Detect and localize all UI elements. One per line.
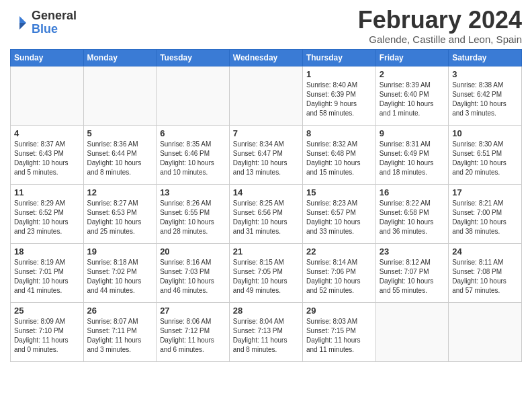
- day-number: 11: [14, 187, 80, 197]
- calendar-cell: 24Sunrise: 8:11 AM Sunset: 7:08 PM Dayli…: [449, 243, 522, 302]
- calendar-cell: 15Sunrise: 8:23 AM Sunset: 6:57 PM Dayli…: [302, 184, 375, 243]
- day-info: Sunrise: 8:21 AM Sunset: 7:00 PM Dayligh…: [452, 199, 518, 236]
- day-info: Sunrise: 8:16 AM Sunset: 7:03 PM Dayligh…: [160, 258, 226, 295]
- day-number: 22: [306, 246, 372, 257]
- day-info: Sunrise: 8:03 AM Sunset: 7:15 PM Dayligh…: [306, 317, 372, 355]
- calendar-cell: [375, 302, 448, 361]
- day-info: Sunrise: 8:25 AM Sunset: 6:56 PM Dayligh…: [233, 199, 299, 236]
- day-info: Sunrise: 8:09 AM Sunset: 7:10 PM Dayligh…: [14, 317, 80, 355]
- page-header: General Blue February 2024 Galende, Cast…: [10, 7, 522, 45]
- header-saturday: Saturday: [449, 49, 522, 66]
- header-wednesday: Wednesday: [229, 49, 302, 66]
- day-number: 18: [14, 246, 80, 257]
- calendar-cell: 16Sunrise: 8:22 AM Sunset: 6:58 PM Dayli…: [375, 184, 448, 243]
- day-info: Sunrise: 8:18 AM Sunset: 7:02 PM Dayligh…: [87, 258, 153, 295]
- day-number: 2: [380, 69, 445, 79]
- header-tuesday: Tuesday: [157, 49, 230, 66]
- calendar: SundayMondayTuesdayWednesdayThursdayFrid…: [10, 49, 522, 362]
- day-number: 7: [233, 128, 299, 138]
- calendar-cell: [11, 66, 84, 125]
- calendar-cell: 17Sunrise: 8:21 AM Sunset: 7:00 PM Dayli…: [449, 184, 522, 243]
- day-number: 6: [160, 128, 226, 138]
- day-info: Sunrise: 8:29 AM Sunset: 6:52 PM Dayligh…: [14, 199, 80, 236]
- day-info: Sunrise: 8:14 AM Sunset: 7:06 PM Dayligh…: [306, 258, 372, 295]
- day-number: 26: [87, 306, 153, 316]
- svg-marker-0: [19, 16, 26, 23]
- calendar-cell: 18Sunrise: 8:19 AM Sunset: 7:01 PM Dayli…: [11, 243, 84, 302]
- day-number: 15: [306, 187, 372, 197]
- day-number: 25: [14, 306, 80, 316]
- day-info: Sunrise: 8:19 AM Sunset: 7:01 PM Dayligh…: [14, 258, 80, 295]
- day-number: 24: [452, 246, 518, 257]
- day-info: Sunrise: 8:31 AM Sunset: 6:49 PM Dayligh…: [380, 140, 445, 177]
- day-info: Sunrise: 8:36 AM Sunset: 6:44 PM Dayligh…: [87, 140, 153, 177]
- header-thursday: Thursday: [302, 49, 375, 66]
- week-row-4: 25Sunrise: 8:09 AM Sunset: 7:10 PM Dayli…: [11, 302, 522, 361]
- location: Galende, Castille and Leon, Spain: [358, 34, 522, 45]
- calendar-cell: 6Sunrise: 8:35 AM Sunset: 6:46 PM Daylig…: [157, 125, 230, 184]
- day-number: 1: [306, 69, 372, 79]
- day-number: 5: [87, 128, 153, 138]
- calendar-cell: 13Sunrise: 8:26 AM Sunset: 6:55 PM Dayli…: [157, 184, 230, 243]
- calendar-cell: 5Sunrise: 8:36 AM Sunset: 6:44 PM Daylig…: [83, 125, 157, 184]
- logo-blue: Blue: [32, 23, 77, 36]
- logo-icon: [10, 13, 29, 32]
- day-info: Sunrise: 8:07 AM Sunset: 7:11 PM Dayligh…: [87, 317, 153, 355]
- calendar-cell: 22Sunrise: 8:14 AM Sunset: 7:06 PM Dayli…: [302, 243, 375, 302]
- day-number: 16: [380, 187, 445, 197]
- calendar-cell: 25Sunrise: 8:09 AM Sunset: 7:10 PM Dayli…: [11, 302, 84, 361]
- day-info: Sunrise: 8:38 AM Sunset: 6:42 PM Dayligh…: [452, 81, 518, 118]
- svg-marker-1: [19, 23, 26, 30]
- calendar-cell: 21Sunrise: 8:15 AM Sunset: 7:05 PM Dayli…: [229, 243, 302, 302]
- day-number: 20: [160, 246, 226, 257]
- calendar-cell: 10Sunrise: 8:30 AM Sunset: 6:51 PM Dayli…: [449, 125, 522, 184]
- calendar-cell: 2Sunrise: 8:39 AM Sunset: 6:40 PM Daylig…: [375, 66, 448, 125]
- week-row-3: 18Sunrise: 8:19 AM Sunset: 7:01 PM Dayli…: [11, 243, 522, 302]
- month-title: February 2024: [358, 7, 522, 34]
- calendar-cell: 27Sunrise: 8:06 AM Sunset: 7:12 PM Dayli…: [157, 302, 230, 361]
- day-number: 29: [306, 306, 372, 316]
- day-number: 21: [233, 246, 299, 257]
- day-info: Sunrise: 8:15 AM Sunset: 7:05 PM Dayligh…: [233, 258, 299, 295]
- day-number: 12: [87, 187, 153, 197]
- calendar-cell: 14Sunrise: 8:25 AM Sunset: 6:56 PM Dayli…: [229, 184, 302, 243]
- day-number: 17: [452, 187, 518, 197]
- day-number: 9: [380, 128, 445, 138]
- day-number: 8: [306, 128, 372, 138]
- calendar-cell: 4Sunrise: 8:37 AM Sunset: 6:43 PM Daylig…: [11, 125, 84, 184]
- calendar-cell: 3Sunrise: 8:38 AM Sunset: 6:42 PM Daylig…: [449, 66, 522, 125]
- logo-general: General: [32, 9, 77, 23]
- day-info: Sunrise: 8:34 AM Sunset: 6:47 PM Dayligh…: [233, 140, 299, 177]
- calendar-cell: 7Sunrise: 8:34 AM Sunset: 6:47 PM Daylig…: [229, 125, 302, 184]
- calendar-cell: [157, 66, 230, 125]
- week-row-0: 1Sunrise: 8:40 AM Sunset: 6:39 PM Daylig…: [11, 66, 522, 125]
- day-number: 27: [160, 306, 226, 316]
- calendar-cell: 8Sunrise: 8:32 AM Sunset: 6:48 PM Daylig…: [302, 125, 375, 184]
- logo: General Blue: [10, 9, 77, 36]
- week-row-2: 11Sunrise: 8:29 AM Sunset: 6:52 PM Dayli…: [11, 184, 522, 243]
- calendar-cell: [449, 302, 522, 361]
- day-number: 4: [14, 128, 80, 138]
- day-info: Sunrise: 8:37 AM Sunset: 6:43 PM Dayligh…: [14, 140, 80, 177]
- day-info: Sunrise: 8:22 AM Sunset: 6:58 PM Dayligh…: [380, 199, 445, 236]
- header-monday: Monday: [83, 49, 157, 66]
- calendar-cell: 19Sunrise: 8:18 AM Sunset: 7:02 PM Dayli…: [83, 243, 157, 302]
- day-number: 3: [452, 69, 518, 79]
- day-info: Sunrise: 8:23 AM Sunset: 6:57 PM Dayligh…: [306, 199, 372, 236]
- day-info: Sunrise: 8:30 AM Sunset: 6:51 PM Dayligh…: [452, 140, 518, 177]
- calendar-cell: [229, 66, 302, 125]
- calendar-cell: 28Sunrise: 8:04 AM Sunset: 7:13 PM Dayli…: [229, 302, 302, 361]
- calendar-cell: 23Sunrise: 8:12 AM Sunset: 7:07 PM Dayli…: [375, 243, 448, 302]
- day-number: 19: [87, 246, 153, 257]
- day-info: Sunrise: 8:35 AM Sunset: 6:46 PM Dayligh…: [160, 140, 226, 177]
- day-number: 28: [233, 306, 299, 316]
- day-info: Sunrise: 8:27 AM Sunset: 6:53 PM Dayligh…: [87, 199, 153, 236]
- title-block: February 2024 Galende, Castille and Leon…: [358, 7, 522, 45]
- day-number: 13: [160, 187, 226, 197]
- day-number: 14: [233, 187, 299, 197]
- calendar-cell: 1Sunrise: 8:40 AM Sunset: 6:39 PM Daylig…: [302, 66, 375, 125]
- calendar-cell: 26Sunrise: 8:07 AM Sunset: 7:11 PM Dayli…: [83, 302, 157, 361]
- day-info: Sunrise: 8:32 AM Sunset: 6:48 PM Dayligh…: [306, 140, 372, 177]
- calendar-header-row: SundayMondayTuesdayWednesdayThursdayFrid…: [11, 49, 522, 66]
- calendar-cell: 9Sunrise: 8:31 AM Sunset: 6:49 PM Daylig…: [375, 125, 448, 184]
